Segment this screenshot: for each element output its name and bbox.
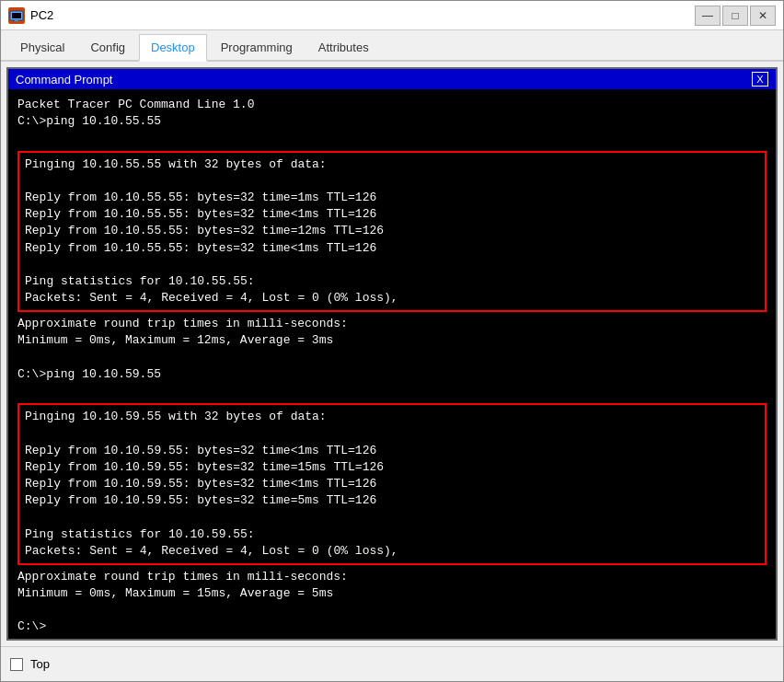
minimize-button[interactable]: — xyxy=(695,6,721,26)
ping2-reply4: Reply from 10.10.59.55: bytes=32 time=5m… xyxy=(25,492,759,509)
window-title: PC2 xyxy=(30,8,53,22)
tab-desktop[interactable]: Desktop xyxy=(139,34,207,62)
app-icon xyxy=(8,7,25,24)
titlebar: PC2 — □ ✕ xyxy=(1,1,783,30)
prompt-line: C:\> xyxy=(17,618,767,635)
cmd-titlebar: Command Prompt X xyxy=(8,69,776,89)
top-label: Top xyxy=(30,657,50,671)
command-prompt-window: Command Prompt X Packet Tracer PC Comman… xyxy=(6,67,778,641)
ping2-stats: Packets: Sent = 4, Received = 4, Lost = … xyxy=(25,543,759,560)
bottombar: Top xyxy=(1,646,783,681)
intro-line: Packet Tracer PC Command Line 1.0 xyxy=(17,97,767,113)
ping-block-1: Pinging 10.10.55.55 with 32 bytes of dat… xyxy=(17,151,767,313)
ping1-reply4: Reply from 10.10.55.55: bytes=32 time<1m… xyxy=(25,240,759,257)
main-window: PC2 — □ ✕ Physical Config Desktop Progra… xyxy=(0,0,784,682)
cmd2-line: C:\>ping 10.10.59.55 xyxy=(17,366,767,383)
ping-block-2: Pinging 10.10.59.55 with 32 bytes of dat… xyxy=(17,403,767,565)
ping2-reply2: Reply from 10.10.59.55: bytes=32 time=15… xyxy=(25,459,759,476)
ping1-reply3: Reply from 10.10.55.55: bytes=32 time=12… xyxy=(25,223,759,239)
ping1-stats-header: Ping statistics for 10.10.55.55: xyxy=(25,273,759,290)
tab-physical[interactable]: Physical xyxy=(8,34,76,60)
cmd-close-button[interactable]: X xyxy=(752,72,768,87)
ping2-reply1: Reply from 10.10.59.55: bytes=32 time<1m… xyxy=(25,443,759,459)
svg-rect-3 xyxy=(13,21,20,22)
ping2-approx: Approximate round trip times in milli-se… xyxy=(17,569,767,585)
content-area: Command Prompt X Packet Tracer PC Comman… xyxy=(1,62,783,646)
ping1-reply1: Reply from 10.10.55.55: bytes=32 time=1m… xyxy=(25,190,759,206)
tab-programming[interactable]: Programming xyxy=(209,34,305,60)
titlebar-left: PC2 xyxy=(8,7,53,24)
close-button[interactable]: ✕ xyxy=(750,6,776,26)
ping1-minmax: Minimum = 0ms, Maximum = 12ms, Average =… xyxy=(17,332,767,349)
tab-bar: Physical Config Desktop Programming Attr… xyxy=(1,30,783,62)
maximize-button[interactable]: □ xyxy=(722,6,748,26)
cmd-title: Command Prompt xyxy=(16,73,112,87)
ping2-minmax: Minimum = 0ms, Maximum = 15ms, Average =… xyxy=(17,585,767,602)
ping1-approx: Approximate round trip times in milli-se… xyxy=(17,316,767,332)
ping1-stats: Packets: Sent = 4, Received = 4, Lost = … xyxy=(25,290,759,306)
tab-attributes[interactable]: Attributes xyxy=(306,34,381,60)
top-checkbox[interactable] xyxy=(10,658,23,671)
ping1-reply2: Reply from 10.10.55.55: bytes=32 time<1m… xyxy=(25,206,759,223)
tab-config[interactable]: Config xyxy=(78,34,137,60)
svg-rect-1 xyxy=(12,13,21,18)
ping1-header: Pinging 10.10.55.55 with 32 bytes of dat… xyxy=(25,156,759,173)
ping2-reply3: Reply from 10.10.59.55: bytes=32 time<1m… xyxy=(25,476,759,492)
titlebar-controls: — □ ✕ xyxy=(695,6,776,26)
cmd1-line: C:\>ping 10.10.55.55 xyxy=(17,113,767,130)
ping2-header: Pinging 10.10.59.55 with 32 bytes of dat… xyxy=(25,409,759,425)
terminal-body[interactable]: Packet Tracer PC Command Line 1.0 C:\>pi… xyxy=(8,89,776,639)
ping2-stats-header: Ping statistics for 10.10.59.55: xyxy=(25,526,759,543)
